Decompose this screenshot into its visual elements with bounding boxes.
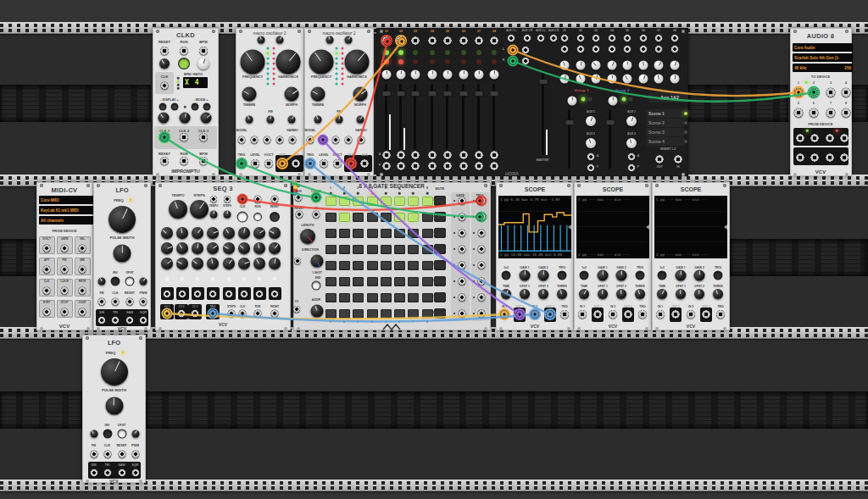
fader-handle[interactable] [427,91,437,97]
aux-1-l-port[interactable] [508,35,515,42]
main-out-r[interactable] [509,58,517,65]
out2-port[interactable] [624,310,632,319]
aux-port[interactable] [292,159,300,168]
fader-handle[interactable] [565,119,574,125]
gain2-knob[interactable] [694,270,705,281]
bpm-output[interactable] [199,157,208,165]
gate-cell-r6-c1[interactable] [326,277,337,286]
mw-output[interactable] [79,266,86,274]
fader-handle[interactable] [410,91,420,97]
seq-knob-r2-c2[interactable] [176,242,188,254]
channel-03-out-p[interactable] [411,162,420,170]
gain1-knob[interactable] [520,270,531,281]
gate-cell-r8-c7[interactable] [408,309,419,319]
gate-cell-r6-c7[interactable] [408,277,419,286]
retr-output[interactable] [79,287,86,295]
return-07-r[interactable] [655,46,663,53]
ofst2-knob[interactable] [616,289,626,299]
sin-output[interactable] [90,469,97,477]
fader-handle[interactable] [396,91,405,97]
gate-cell-r8-c4[interactable] [367,309,378,319]
gate-cell-r7-c2[interactable] [339,293,350,302]
morph-knob[interactable] [285,87,299,102]
time-knob[interactable] [657,289,667,299]
knob[interactable] [626,116,637,126]
gate-cell-r5-c3[interactable] [353,261,364,270]
trig-output[interactable] [209,310,217,318]
gate-cell-r4-c7[interactable] [408,245,419,254]
seq-knob-r2-c3[interactable] [192,242,203,254]
gate-cell-r6-c3[interactable] [353,277,364,286]
fader[interactable] [414,84,416,150]
clk2-output[interactable] [180,133,188,141]
audio-device-display[interactable]: Scarlett Solo 4th Gen (1- [793,53,853,62]
audio-driver-display[interactable]: Core Audio [793,43,853,52]
trigger-marker-icon[interactable] [724,225,727,230]
pan-knob[interactable] [428,70,437,80]
group-pan-knob[interactable] [609,97,618,106]
channel-06-out-a[interactable] [459,151,468,159]
channel-01-out-a[interactable] [382,151,391,159]
ofst1-knob[interactable] [676,289,686,299]
trig-8-output[interactable] [478,310,486,318]
reset-button[interactable] [270,213,279,221]
channel-06-out-p[interactable] [459,162,468,170]
ofst1-knob[interactable] [520,289,530,299]
in2-port[interactable] [609,310,617,319]
channel-08-input[interactable] [490,36,498,45]
model-input[interactable] [307,136,314,144]
freq-knob[interactable] [108,206,136,233]
group-out-p[interactable] [587,164,595,172]
fader[interactable] [385,84,387,150]
out2-port[interactable] [702,310,710,319]
seq-knob-r1-c5[interactable] [223,227,235,239]
channel-05-out-p[interactable] [443,162,452,170]
trig-button[interactable] [559,272,566,280]
gate-cell-r5-c8[interactable] [422,261,433,270]
thres-knob[interactable] [713,289,723,299]
group-out-a[interactable] [587,153,595,161]
gate-cell-r8-c3[interactable] [353,309,364,319]
gain2-knob[interactable] [538,270,549,281]
gate-cell-r6-c5[interactable] [381,277,392,286]
gate-cell-r7-c4[interactable] [367,293,378,302]
knob[interactable] [670,75,680,84]
ofst1-knob[interactable] [598,289,608,299]
fader-handle[interactable] [489,91,498,97]
knob[interactable] [326,36,334,44]
knob[interactable] [576,61,586,70]
vcv-rack-canvas[interactable]: CLKD RESETRUNBPMCLKBPM / RATIOX 4- DISPL… [0,0,868,499]
trig-port[interactable] [638,310,647,319]
fm-input[interactable] [90,451,97,458]
mute-button-8[interactable] [434,308,446,319]
saw-output[interactable] [126,317,134,324]
channel-02-input[interactable] [397,36,405,45]
pan-knob[interactable] [459,70,469,80]
clk-input[interactable] [103,451,111,458]
button[interactable] [192,104,198,110]
stop-output[interactable] [61,308,69,316]
reset-input[interactable] [271,196,279,203]
return-08-l[interactable] [671,35,679,42]
harmonics-knob[interactable] [345,50,370,75]
clock-input[interactable] [313,194,320,202]
gate-cell-r4-c6[interactable] [394,245,405,254]
knob[interactable] [276,36,284,44]
run-input[interactable] [295,194,303,202]
gate-5-output[interactable] [225,290,233,297]
tempo-knob[interactable] [169,200,187,219]
gate-cell-r7-c8[interactable] [422,293,433,302]
pw-output[interactable] [61,266,69,274]
knob[interactable] [159,58,170,69]
run-input[interactable] [254,310,262,318]
gate-2-output[interactable] [179,290,186,297]
gate-cell-r3-c3[interactable] [353,229,364,238]
channel-08-out-p[interactable] [490,162,498,170]
seq-knob-r2-c6[interactable] [238,242,250,254]
sqr-output[interactable] [140,317,147,324]
channel-07-input[interactable] [475,36,483,45]
gate-cell-r1-c1[interactable] [326,197,337,206]
to-device-2[interactable] [810,88,819,97]
knob[interactable] [201,113,212,124]
channel-07-out-p[interactable] [475,162,483,170]
